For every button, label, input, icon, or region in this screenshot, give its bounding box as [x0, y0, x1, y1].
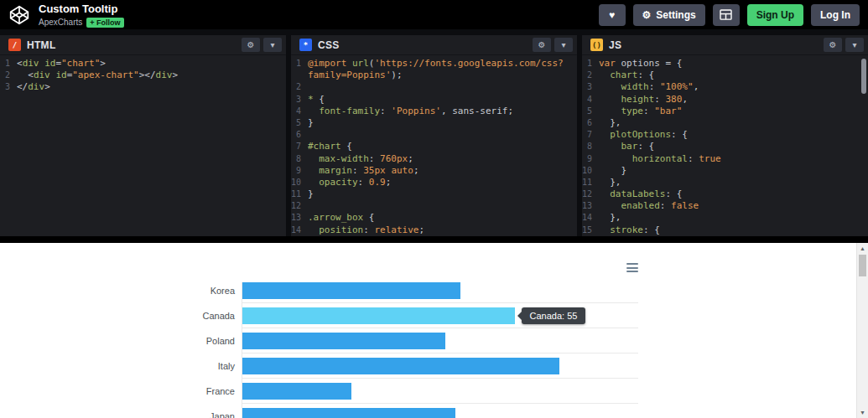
menu-bar [626, 263, 638, 265]
line-number: 6 [291, 129, 308, 141]
signup-button[interactable]: Sign Up [747, 4, 803, 26]
js-editor-scrollbar-thumb[interactable] [861, 59, 866, 94]
css-panel-title: CSS [318, 39, 340, 51]
codepen-logo[interactable] [8, 4, 30, 26]
code-line: 7#chart { [291, 141, 577, 152]
bar-korea[interactable] [242, 282, 460, 299]
scroll-up-arrow[interactable]: ▲ [857, 243, 868, 254]
code-line: 9 margin: 35px auto; [291, 165, 577, 177]
line-number: 13 [582, 200, 599, 212]
code-text: opacity: 0.9; [308, 177, 577, 188]
line-number: 6 [582, 117, 599, 129]
code-text: type: "bar" [599, 106, 868, 117]
settings-button[interactable]: ⚙ Settings [633, 4, 705, 26]
code-text: stroke: { [599, 224, 868, 236]
gear-icon: ⚙ [538, 41, 546, 49]
chart-row: Italy [191, 358, 638, 383]
code-line: 10 } [582, 165, 868, 177]
code-line: 9 horizontal: true [582, 153, 868, 165]
bar-canada[interactable] [242, 307, 515, 324]
code-line: 6 }, [582, 117, 868, 129]
html-panel-header: / HTML ⚙ ▾ [0, 35, 286, 55]
menu-bar [626, 271, 638, 272]
layout-icon [720, 9, 732, 20]
preview-scrollbar[interactable]: ▲ ▼ [856, 243, 868, 418]
settings-label: Settings [656, 9, 695, 21]
plot-cell [242, 333, 638, 358]
css-collapse-button[interactable]: ▾ [554, 38, 573, 52]
category-label: Italy [191, 358, 242, 374]
gear-icon: ⚙ [829, 41, 837, 49]
line-number: 4 [582, 94, 599, 106]
code-line: 4 height: 380, [582, 94, 868, 106]
line-number: 1 [291, 58, 308, 70]
html-collapse-button[interactable]: ▾ [263, 38, 282, 52]
category-label: Korea [191, 282, 242, 299]
css-code-editor[interactable]: 1@import url('https://fonts.googleapis.c… [291, 55, 577, 236]
code-text: } [308, 117, 577, 129]
chart-menu-icon[interactable] [626, 263, 638, 272]
plot-cell [242, 408, 638, 418]
plot-cell: Canada: 55 [242, 307, 638, 333]
follow-button[interactable]: + Follow [86, 18, 123, 28]
login-button[interactable]: Log In [811, 4, 860, 26]
line-number: 11 [582, 177, 599, 188]
scroll-down-arrow[interactable]: ▼ [857, 407, 868, 418]
category-label: Japan [191, 408, 242, 418]
line-number: 2 [291, 81, 308, 93]
code-line: 1var options = { [582, 58, 868, 70]
line-number: 3 [291, 94, 308, 106]
js-settings-button[interactable]: ⚙ [824, 38, 842, 52]
line-number: 5 [582, 106, 599, 117]
line-number: 9 [291, 165, 308, 177]
grid-line [242, 328, 638, 328]
bar-poland[interactable] [242, 333, 445, 349]
grid-line [242, 302, 638, 303]
code-line: 8 bar: { [582, 141, 868, 152]
chart-row: CanadaCanada: 55 [191, 307, 638, 333]
code-line: family=Poppins'); [291, 70, 577, 81]
grid-line [242, 378, 638, 379]
pen-author[interactable]: ApexCharts [39, 18, 82, 27]
code-text: height: 380, [599, 94, 868, 106]
css-settings-button[interactable]: ⚙ [533, 38, 551, 52]
js-code-editor[interactable]: 1var options = {2 chart: {3 width: "100%… [582, 55, 868, 236]
js-icon: () [590, 39, 603, 51]
html-editor-panel: / HTML ⚙ ▾ 1<div id="chart">2 <div id="a… [0, 35, 286, 236]
code-line: 1<div id="chart"> [0, 58, 286, 70]
preview-pane: KoreaCanadaCanada: 55PolandItalyFranceJa… [0, 243, 868, 418]
scrollbar-thumb[interactable] [859, 255, 866, 276]
editor-preview-divider[interactable] [0, 236, 868, 243]
like-button[interactable]: ♥ [599, 4, 626, 26]
code-line: 13.arrow_box { [291, 212, 577, 224]
html-code-editor[interactable]: 1<div id="chart">2 <div id="apex-chart">… [0, 55, 286, 236]
line-number: 3 [582, 81, 599, 93]
line-number: 11 [291, 188, 308, 200]
js-panel-actions: ⚙ ▾ [824, 38, 864, 52]
bar-japan[interactable] [242, 408, 455, 418]
code-text: font-family: 'Poppins', sans-serif; [308, 106, 577, 117]
code-line: 6 [291, 129, 577, 141]
line-number: 7 [291, 141, 308, 152]
code-text: enabled: false [599, 200, 868, 212]
change-view-button[interactable] [713, 4, 740, 26]
line-number: 3 [0, 81, 17, 93]
code-text: family=Poppins'); [308, 70, 577, 81]
code-text: } [599, 165, 868, 177]
code-text: }, [599, 177, 868, 188]
code-line: 3</div> [0, 81, 286, 93]
code-line: 14 }, [582, 212, 868, 224]
grid-line [242, 353, 638, 353]
code-text: margin: 35px auto; [308, 165, 577, 177]
category-label: Poland [191, 333, 242, 349]
js-collapse-button[interactable]: ▾ [845, 38, 864, 52]
code-line: 7 plotOptions: { [582, 129, 868, 141]
bar-france[interactable] [242, 383, 351, 400]
code-text: } [308, 188, 577, 200]
line-number: 15 [582, 224, 599, 236]
bar-italy[interactable] [242, 358, 559, 374]
html-settings-button[interactable]: ⚙ [242, 38, 260, 52]
css-icon: * [299, 39, 312, 51]
line-number: 9 [582, 153, 599, 165]
html-panel-actions: ⚙ ▾ [242, 38, 282, 52]
